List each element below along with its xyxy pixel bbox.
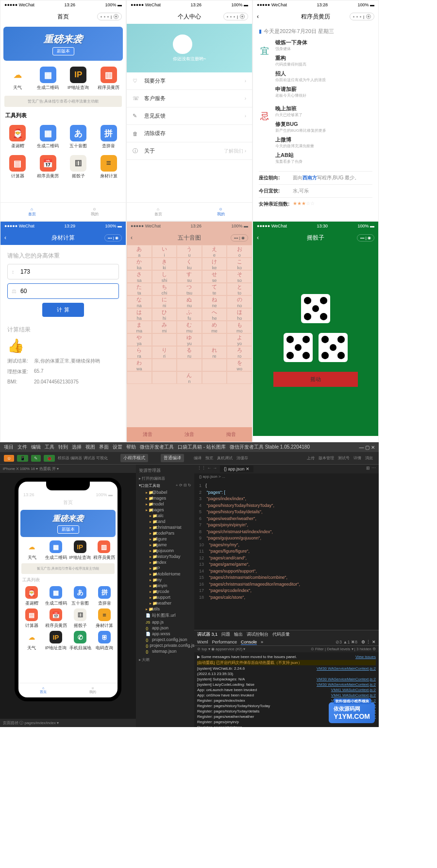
kana-cell[interactable]: ひhi	[152, 308, 177, 321]
tree-item[interactable]: ▸ 📁christmasHat	[138, 524, 192, 530]
tool-item[interactable]: 拼查拼音	[97, 125, 121, 149]
tool-item[interactable]: ⛨电码查询	[92, 631, 117, 651]
kana-cell[interactable]: きki	[152, 258, 177, 270]
sim-footer[interactable]: 页面路径 ⓘ pages/index/index ▾	[0, 719, 136, 727]
kana-cell[interactable]: にni	[152, 295, 177, 308]
tab-home[interactable]: ⌂首页	[127, 203, 189, 221]
tool-item[interactable]: ☁天气	[20, 540, 44, 561]
tree-item[interactable]: ▸ 📁support	[138, 594, 192, 600]
tree-item[interactable]: 📄app.wxss	[138, 631, 192, 637]
kana-cell[interactable]: よyo	[227, 333, 252, 346]
kana-cell[interactable]: とto	[227, 283, 252, 295]
menu-item[interactable]: 文件	[17, 444, 27, 450]
capsule-menu[interactable]: |	[223, 13, 248, 20]
tree-item[interactable]: ▸ 📁images	[138, 495, 192, 501]
menu-item[interactable]: ⓘ关于了解我们 ›	[127, 142, 252, 160]
code-area[interactable]: 1{2 "pages": [3 "pages/index/index",4 "p…	[194, 480, 379, 630]
sim-phone[interactable]: 13:26100% ▬ 首页 重磅来袭新版本 ☁天气▦生成二维码IPIP地址查询…	[15, 478, 121, 701]
tree-item[interactable]: {}project.config.json	[138, 637, 192, 642]
tool-item[interactable]: ✆手机归属地	[68, 631, 92, 651]
kana-cell[interactable]: あa	[127, 245, 152, 258]
toolbar-editor[interactable]: ✎	[31, 455, 41, 462]
menu-item[interactable]: 选择	[72, 444, 82, 450]
kana-cell[interactable]	[177, 359, 202, 371]
kana-cell[interactable]: ほho	[227, 308, 252, 321]
kana-cell[interactable]	[227, 371, 252, 384]
toolbar-action[interactable]: 版本管理	[319, 456, 334, 460]
tree-item[interactable]: ▸ 📁@babel	[138, 489, 192, 495]
compile-select[interactable]: 普通编译	[161, 454, 184, 462]
tree-item[interactable]: {}app.json	[138, 625, 192, 631]
capsule-menu[interactable]: |	[97, 13, 122, 20]
tool-item[interactable]: ⚅摇骰子	[66, 155, 90, 179]
kana-cell[interactable]: さsa	[127, 270, 152, 283]
kana-cell[interactable]	[152, 333, 177, 346]
kana-cell[interactable]: ゆyu	[177, 333, 202, 346]
tool-item[interactable]: ▤计算器	[5, 155, 30, 179]
kana-cell[interactable]: んn	[177, 371, 202, 384]
kana-cell[interactable]: たta	[127, 283, 152, 295]
kana-cell[interactable]: りri	[152, 346, 177, 359]
menu-item[interactable]: 工具	[45, 444, 54, 450]
tool-item[interactable]: ☁天气	[5, 67, 30, 91]
kana-cell[interactable]: れre	[202, 346, 227, 359]
tool-item[interactable]: 拼查拼音	[92, 586, 117, 607]
tree-item[interactable]: ▸ 📁pages	[138, 507, 192, 513]
tree-item[interactable]: ▸ 📁weather	[138, 600, 192, 606]
avatar[interactable]	[173, 35, 192, 54]
console-subtab[interactable]: »	[261, 640, 263, 644]
tool-item[interactable]: ≡身材计算	[97, 155, 121, 179]
tab-seion[interactable]: 清音	[143, 431, 152, 438]
kana-cell[interactable]: なna	[127, 295, 152, 308]
kana-cell[interactable]: ふfu	[177, 308, 202, 321]
kana-cell[interactable]: ろro	[227, 346, 252, 359]
tree-item[interactable]: ▸ 📁gojuuonn	[138, 548, 192, 554]
back-icon[interactable]: ‹	[131, 234, 133, 241]
tree-item[interactable]: ▸ 📁IP	[138, 565, 192, 571]
toolbar-action[interactable]: 预览	[205, 456, 213, 460]
tree-item[interactable]: ▸ 📁figure	[138, 536, 192, 542]
kana-cell[interactable]: へhe	[202, 308, 227, 321]
kana-cell[interactable]: こko	[227, 258, 252, 270]
tree-item[interactable]: {}project.private.config.json	[138, 642, 192, 648]
toolbar-action[interactable]: 编译	[194, 456, 202, 460]
console-gear-icon[interactable]: ⚙ ⋮ ✕	[361, 640, 376, 644]
tool-item[interactable]: ⚅摇骰子	[68, 608, 92, 629]
tool-item[interactable]: IPIP地址查询	[66, 67, 90, 91]
tool-item[interactable]: ▦生成二维码	[36, 67, 60, 91]
tool-item[interactable]: ☁天气	[19, 631, 44, 651]
tool-item[interactable]: ▤计算器	[19, 608, 44, 629]
menu-item[interactable]: 微信开发者工具	[140, 444, 174, 450]
toolbar-action[interactable]: 消息	[365, 456, 373, 460]
kana-cell[interactable]: らra	[127, 346, 152, 359]
tab-dakuon[interactable]: 浊音	[185, 431, 194, 438]
sim-info[interactable]: iPhone X 100% 16 ▾ 热重载 开 ▾	[0, 465, 136, 473]
kana-cell[interactable]: いi	[152, 245, 177, 258]
kana-cell[interactable]: ちchi	[152, 283, 177, 295]
tab-home[interactable]: ⌂首页	[0, 203, 63, 221]
toolbar-debug[interactable]: 🐞	[44, 455, 55, 462]
kana-cell[interactable]: はha	[127, 308, 152, 321]
tool-item[interactable]: 🎅圣诞帽	[5, 125, 30, 149]
weight-input[interactable]: ⚖	[7, 283, 119, 299]
tree-item[interactable]: ▸ 📁codePars	[138, 530, 192, 536]
tree-item[interactable]: ▸ 📁my	[138, 577, 192, 583]
kana-cell[interactable]: せse	[202, 270, 227, 283]
toolbar-action[interactable]: 真机调试	[217, 456, 233, 460]
kana-cell[interactable]: をwo	[227, 359, 252, 371]
tool-item[interactable]: ≡身材计算	[92, 608, 117, 629]
menu-item[interactable]: ☏客户服务 ›	[127, 90, 252, 107]
kana-cell[interactable]: くku	[177, 258, 202, 270]
tree-item[interactable]: ▸ 📁game	[138, 542, 192, 548]
kana-cell[interactable]	[127, 371, 152, 384]
tool-item[interactable]: 📅程序员黄历	[36, 155, 60, 179]
roll-button[interactable]: 摇动	[273, 372, 358, 387]
console-tab[interactable]: 问题	[221, 631, 230, 638]
kana-cell[interactable]: みmi	[152, 321, 177, 333]
toolbar-sim[interactable]: 📱	[17, 455, 28, 462]
kana-cell[interactable]	[202, 359, 227, 371]
kana-cell[interactable]	[152, 371, 177, 384]
kana-cell[interactable]: もmo	[227, 321, 252, 333]
tree-item[interactable]: ▸ 📁historyToday	[138, 554, 192, 559]
kana-cell[interactable]: めme	[202, 321, 227, 333]
